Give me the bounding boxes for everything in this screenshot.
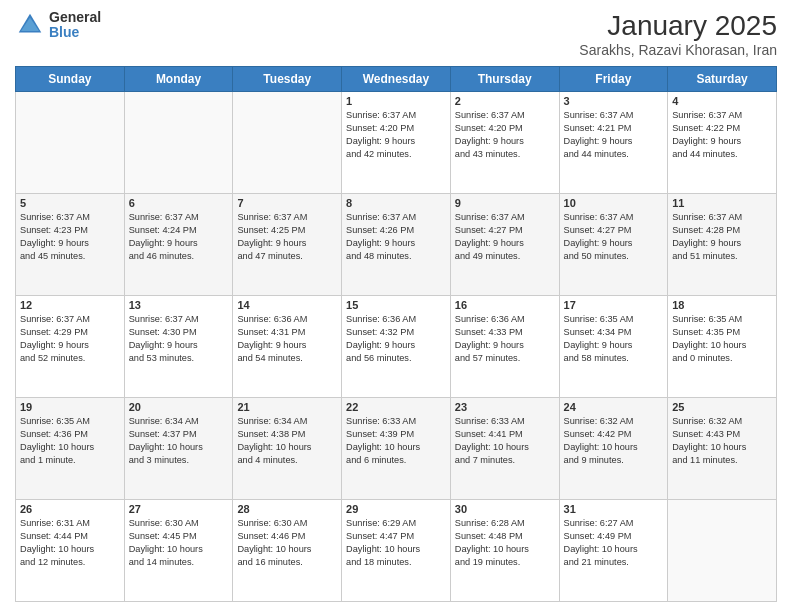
weekday-header-sunday: Sunday: [16, 67, 125, 92]
day-detail: Sunrise: 6:37 AM Sunset: 4:29 PM Dayligh…: [20, 313, 120, 365]
calendar-cell: 19Sunrise: 6:35 AM Sunset: 4:36 PM Dayli…: [16, 398, 125, 500]
subtitle: Sarakhs, Razavi Khorasan, Iran: [579, 42, 777, 58]
calendar-cell: 5Sunrise: 6:37 AM Sunset: 4:23 PM Daylig…: [16, 194, 125, 296]
calendar-cell: 12Sunrise: 6:37 AM Sunset: 4:29 PM Dayli…: [16, 296, 125, 398]
title-block: January 2025 Sarakhs, Razavi Khorasan, I…: [579, 10, 777, 58]
page: General Blue January 2025 Sarakhs, Razav…: [0, 0, 792, 612]
day-detail: Sunrise: 6:33 AM Sunset: 4:41 PM Dayligh…: [455, 415, 555, 467]
day-number: 26: [20, 503, 120, 515]
calendar-cell: 14Sunrise: 6:36 AM Sunset: 4:31 PM Dayli…: [233, 296, 342, 398]
day-number: 19: [20, 401, 120, 413]
day-number: 20: [129, 401, 229, 413]
day-number: 16: [455, 299, 555, 311]
day-number: 22: [346, 401, 446, 413]
day-number: 29: [346, 503, 446, 515]
day-number: 31: [564, 503, 664, 515]
logo-icon: [15, 10, 45, 40]
day-number: 13: [129, 299, 229, 311]
calendar-cell: 9Sunrise: 6:37 AM Sunset: 4:27 PM Daylig…: [450, 194, 559, 296]
day-detail: Sunrise: 6:30 AM Sunset: 4:46 PM Dayligh…: [237, 517, 337, 569]
calendar-cell: 10Sunrise: 6:37 AM Sunset: 4:27 PM Dayli…: [559, 194, 668, 296]
day-detail: Sunrise: 6:34 AM Sunset: 4:38 PM Dayligh…: [237, 415, 337, 467]
header: General Blue January 2025 Sarakhs, Razav…: [15, 10, 777, 58]
day-number: 6: [129, 197, 229, 209]
calendar-week-4: 19Sunrise: 6:35 AM Sunset: 4:36 PM Dayli…: [16, 398, 777, 500]
calendar-cell: 15Sunrise: 6:36 AM Sunset: 4:32 PM Dayli…: [342, 296, 451, 398]
day-detail: Sunrise: 6:29 AM Sunset: 4:47 PM Dayligh…: [346, 517, 446, 569]
day-detail: Sunrise: 6:36 AM Sunset: 4:31 PM Dayligh…: [237, 313, 337, 365]
calendar-cell: 6Sunrise: 6:37 AM Sunset: 4:24 PM Daylig…: [124, 194, 233, 296]
day-number: 8: [346, 197, 446, 209]
calendar-week-1: 1Sunrise: 6:37 AM Sunset: 4:20 PM Daylig…: [16, 92, 777, 194]
day-detail: Sunrise: 6:30 AM Sunset: 4:45 PM Dayligh…: [129, 517, 229, 569]
calendar-cell: 23Sunrise: 6:33 AM Sunset: 4:41 PM Dayli…: [450, 398, 559, 500]
calendar-cell: 18Sunrise: 6:35 AM Sunset: 4:35 PM Dayli…: [668, 296, 777, 398]
calendar-cell: [16, 92, 125, 194]
calendar-cell: 2Sunrise: 6:37 AM Sunset: 4:20 PM Daylig…: [450, 92, 559, 194]
logo: General Blue: [15, 10, 101, 41]
calendar-cell: 28Sunrise: 6:30 AM Sunset: 4:46 PM Dayli…: [233, 500, 342, 602]
day-number: 12: [20, 299, 120, 311]
logo-general: General: [49, 10, 101, 25]
calendar-cell: 13Sunrise: 6:37 AM Sunset: 4:30 PM Dayli…: [124, 296, 233, 398]
day-number: 28: [237, 503, 337, 515]
day-detail: Sunrise: 6:33 AM Sunset: 4:39 PM Dayligh…: [346, 415, 446, 467]
day-detail: Sunrise: 6:32 AM Sunset: 4:42 PM Dayligh…: [564, 415, 664, 467]
day-number: 7: [237, 197, 337, 209]
day-detail: Sunrise: 6:35 AM Sunset: 4:36 PM Dayligh…: [20, 415, 120, 467]
calendar-cell: 21Sunrise: 6:34 AM Sunset: 4:38 PM Dayli…: [233, 398, 342, 500]
day-detail: Sunrise: 6:34 AM Sunset: 4:37 PM Dayligh…: [129, 415, 229, 467]
weekday-header-tuesday: Tuesday: [233, 67, 342, 92]
day-detail: Sunrise: 6:37 AM Sunset: 4:22 PM Dayligh…: [672, 109, 772, 161]
day-detail: Sunrise: 6:37 AM Sunset: 4:21 PM Dayligh…: [564, 109, 664, 161]
day-detail: Sunrise: 6:37 AM Sunset: 4:27 PM Dayligh…: [564, 211, 664, 263]
weekday-header-thursday: Thursday: [450, 67, 559, 92]
calendar-cell: [233, 92, 342, 194]
day-detail: Sunrise: 6:37 AM Sunset: 4:23 PM Dayligh…: [20, 211, 120, 263]
day-detail: Sunrise: 6:35 AM Sunset: 4:35 PM Dayligh…: [672, 313, 772, 365]
calendar-table: SundayMondayTuesdayWednesdayThursdayFrid…: [15, 66, 777, 602]
day-number: 18: [672, 299, 772, 311]
day-detail: Sunrise: 6:32 AM Sunset: 4:43 PM Dayligh…: [672, 415, 772, 467]
weekday-header-monday: Monday: [124, 67, 233, 92]
day-number: 17: [564, 299, 664, 311]
calendar-cell: 8Sunrise: 6:37 AM Sunset: 4:26 PM Daylig…: [342, 194, 451, 296]
calendar-cell: 16Sunrise: 6:36 AM Sunset: 4:33 PM Dayli…: [450, 296, 559, 398]
logo-blue: Blue: [49, 25, 101, 40]
calendar-cell: 24Sunrise: 6:32 AM Sunset: 4:42 PM Dayli…: [559, 398, 668, 500]
weekday-header-wednesday: Wednesday: [342, 67, 451, 92]
calendar-cell: 22Sunrise: 6:33 AM Sunset: 4:39 PM Dayli…: [342, 398, 451, 500]
day-number: 23: [455, 401, 555, 413]
day-number: 4: [672, 95, 772, 107]
day-detail: Sunrise: 6:37 AM Sunset: 4:26 PM Dayligh…: [346, 211, 446, 263]
calendar-cell: [668, 500, 777, 602]
day-detail: Sunrise: 6:28 AM Sunset: 4:48 PM Dayligh…: [455, 517, 555, 569]
calendar-cell: [124, 92, 233, 194]
calendar-cell: 3Sunrise: 6:37 AM Sunset: 4:21 PM Daylig…: [559, 92, 668, 194]
day-number: 15: [346, 299, 446, 311]
calendar-cell: 7Sunrise: 6:37 AM Sunset: 4:25 PM Daylig…: [233, 194, 342, 296]
day-detail: Sunrise: 6:37 AM Sunset: 4:28 PM Dayligh…: [672, 211, 772, 263]
day-number: 9: [455, 197, 555, 209]
calendar-header-row: SundayMondayTuesdayWednesdayThursdayFrid…: [16, 67, 777, 92]
calendar-cell: 20Sunrise: 6:34 AM Sunset: 4:37 PM Dayli…: [124, 398, 233, 500]
main-title: January 2025: [579, 10, 777, 42]
day-number: 10: [564, 197, 664, 209]
day-detail: Sunrise: 6:37 AM Sunset: 4:27 PM Dayligh…: [455, 211, 555, 263]
weekday-header-saturday: Saturday: [668, 67, 777, 92]
day-number: 11: [672, 197, 772, 209]
day-detail: Sunrise: 6:37 AM Sunset: 4:24 PM Dayligh…: [129, 211, 229, 263]
calendar-cell: 17Sunrise: 6:35 AM Sunset: 4:34 PM Dayli…: [559, 296, 668, 398]
day-detail: Sunrise: 6:37 AM Sunset: 4:20 PM Dayligh…: [455, 109, 555, 161]
calendar-cell: 11Sunrise: 6:37 AM Sunset: 4:28 PM Dayli…: [668, 194, 777, 296]
day-number: 30: [455, 503, 555, 515]
day-number: 21: [237, 401, 337, 413]
day-detail: Sunrise: 6:37 AM Sunset: 4:30 PM Dayligh…: [129, 313, 229, 365]
day-detail: Sunrise: 6:31 AM Sunset: 4:44 PM Dayligh…: [20, 517, 120, 569]
calendar-cell: 31Sunrise: 6:27 AM Sunset: 4:49 PM Dayli…: [559, 500, 668, 602]
day-detail: Sunrise: 6:37 AM Sunset: 4:20 PM Dayligh…: [346, 109, 446, 161]
calendar-cell: 1Sunrise: 6:37 AM Sunset: 4:20 PM Daylig…: [342, 92, 451, 194]
day-number: 5: [20, 197, 120, 209]
logo-text: General Blue: [49, 10, 101, 41]
calendar-week-2: 5Sunrise: 6:37 AM Sunset: 4:23 PM Daylig…: [16, 194, 777, 296]
